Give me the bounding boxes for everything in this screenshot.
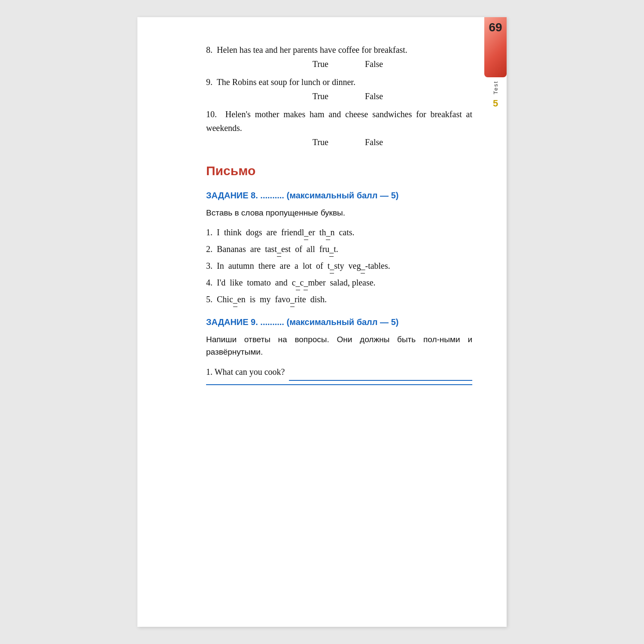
q9-false: False (365, 90, 383, 103)
blank-7: _ (296, 275, 300, 290)
q8-number: 8. (206, 45, 213, 55)
task8-line4: 4. I'd like tomato and c_c_mber salad, p… (206, 275, 472, 290)
page: 69 Test 5 8. Helen has tea and her paren… (137, 17, 507, 627)
task8-line2: 2. Bananas are tast_est of all fru_t. (206, 242, 472, 257)
q10-false: False (365, 136, 383, 149)
task8-heading: ЗАДАНИЕ 8. .......... (максимальный балл… (206, 189, 472, 202)
task8-line3: 3. In autumn there are a lot of t_sty ve… (206, 258, 472, 273)
task8-line5: 5. Chic_en is my favo_rite dish. (206, 292, 472, 307)
question-9-block: 9. The Robins eat soup for lunch or dinn… (206, 75, 472, 103)
question-9-text: 9. The Robins eat soup for lunch or dinn… (206, 75, 472, 89)
test-number: 5 (493, 98, 498, 109)
tab-label: Test (492, 81, 499, 94)
q10-true: True (313, 136, 328, 149)
q8-true-false: True False (206, 58, 472, 71)
question-10-text: 10. Helen's mother makes ham and cheese … (206, 107, 472, 135)
blank-3: _ (277, 242, 281, 257)
blank-5: _ (330, 258, 334, 273)
blank-4: _ (329, 242, 334, 257)
task9-q1-line: 1. What can you cook? (206, 365, 472, 381)
q10-true-false: True False (206, 136, 472, 149)
question-10-block: 10. Helen's mother makes ham and cheese … (206, 107, 472, 149)
page-wrapper: 69 Test 5 8. Helen has tea and her paren… (0, 0, 644, 644)
q10-number: 10. (206, 109, 217, 119)
question-8-block: 8. Helen has tea and her parents have co… (206, 43, 472, 71)
blank-8: _ (304, 275, 308, 290)
task9-q1-underline (289, 371, 472, 381)
q9-number: 9. (206, 77, 213, 87)
page-number: 69 (489, 21, 502, 34)
task9-heading: ЗАДАНИЕ 9. .......... (максимальный балл… (206, 316, 472, 329)
blank-10: _ (290, 292, 295, 307)
task8-line1: 1. I think dogs are friendl_er th_n cats… (206, 225, 472, 240)
section-heading: Письмо (206, 161, 472, 181)
q8-true: True (313, 58, 328, 71)
blank-1: _ (304, 225, 308, 240)
q9-true-false: True False (206, 90, 472, 103)
blank-2: _ (326, 225, 330, 240)
page-number-tab: 69 (484, 17, 507, 77)
content-area: 8. Helen has tea and her parents have co… (206, 43, 472, 385)
task9-q1-full-underline (206, 384, 472, 385)
task8-instruction: Вставь в слова пропущенные буквы. (206, 207, 472, 219)
blank-6: _ (361, 258, 365, 273)
side-tab: 69 Test 5 (484, 17, 507, 109)
task9-q1-text: 1. What can you cook? (206, 365, 285, 379)
q8-false: False (365, 58, 383, 71)
blank-9: _ (233, 292, 237, 307)
q9-true: True (313, 90, 328, 103)
question-8-text: 8. Helen has tea and her parents have co… (206, 43, 472, 57)
task9-instruction: Напиши ответы на вопросы. Они должны быт… (206, 333, 472, 358)
